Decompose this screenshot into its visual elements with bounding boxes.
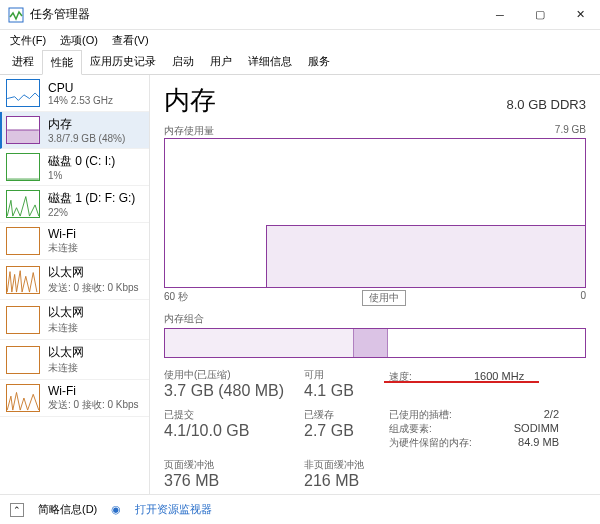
sidebar-graph — [6, 79, 40, 107]
in-use-badge: 使用中 — [362, 290, 406, 306]
sidebar-item-title: Wi-Fi — [48, 384, 139, 398]
paged-label: 页面缓冲池 — [164, 458, 304, 472]
footer: ⌃ 简略信息(D) ◉ 打开资源监视器 — [0, 494, 600, 524]
sidebar-item-title: 以太网 — [48, 304, 84, 321]
chart-max: 7.9 GB — [555, 124, 586, 138]
sidebar-item-sub: 未连接 — [48, 241, 78, 255]
sidebar-item-sub: 未连接 — [48, 361, 84, 375]
sidebar-graph — [6, 153, 40, 181]
sidebar-item-title: 以太网 — [48, 344, 84, 361]
menu-options[interactable]: 选项(O) — [54, 31, 104, 50]
paged-value: 376 MB — [164, 472, 304, 490]
tab-1[interactable]: 性能 — [42, 50, 82, 75]
avail-label: 可用 — [304, 368, 389, 382]
highlight-underline — [384, 381, 539, 383]
content: CPU14% 2.53 GHz内存3.8/7.9 GB (48%)磁盘 0 (C… — [0, 75, 600, 494]
sidebar-item-5[interactable]: 以太网发送: 0 接收: 0 Kbps — [0, 260, 149, 300]
titlebar: 任务管理器 ─ ▢ ✕ — [0, 0, 600, 30]
tabbar: 进程性能应用历史记录启动用户详细信息服务 — [0, 50, 600, 75]
sidebar-item-3[interactable]: 磁盘 1 (D: F: G:)22% — [0, 186, 149, 223]
tab-2[interactable]: 应用历史记录 — [82, 50, 164, 74]
minimize-button[interactable]: ─ — [480, 0, 520, 30]
memory-spec: 8.0 GB DDR3 — [507, 97, 586, 112]
sidebar: CPU14% 2.53 GHz内存3.8/7.9 GB (48%)磁盘 0 (C… — [0, 75, 150, 494]
sidebar-item-sub: 发送: 0 接收: 0 Kbps — [48, 281, 139, 295]
tab-3[interactable]: 启动 — [164, 50, 202, 74]
sidebar-item-7[interactable]: 以太网未连接 — [0, 340, 149, 380]
sidebar-item-sub: 14% 2.53 GHz — [48, 95, 113, 106]
sidebar-graph — [6, 384, 40, 412]
sidebar-item-title: 以太网 — [48, 264, 139, 281]
sidebar-graph — [6, 266, 40, 294]
sidebar-item-title: CPU — [48, 81, 113, 95]
form-value: SODIMM — [514, 422, 559, 436]
sidebar-item-title: 磁盘 0 (C: I:) — [48, 153, 115, 170]
sidebar-item-8[interactable]: Wi-Fi发送: 0 接收: 0 Kbps — [0, 380, 149, 417]
sidebar-item-title: 内存 — [48, 116, 125, 133]
tab-4[interactable]: 用户 — [202, 50, 240, 74]
sidebar-item-6[interactable]: 以太网未连接 — [0, 300, 149, 340]
page-title: 内存 — [164, 83, 216, 118]
used-label: 使用中(已压缩) — [164, 368, 304, 382]
slots-label: 已使用的插槽: — [389, 408, 452, 422]
memory-composition-chart — [164, 328, 586, 358]
sidebar-graph — [6, 346, 40, 374]
chevron-up-icon: ⌃ — [10, 503, 24, 517]
comp-label: 内存组合 — [164, 312, 586, 326]
sidebar-item-title: 磁盘 1 (D: F: G:) — [48, 190, 135, 207]
sidebar-item-sub: 未连接 — [48, 321, 84, 335]
svg-rect-1 — [7, 130, 39, 143]
used-value: 3.7 GB (480 MB) — [164, 382, 304, 400]
sidebar-item-4[interactable]: Wi-Fi未连接 — [0, 223, 149, 260]
chart-xright: 0 — [580, 290, 586, 306]
avail-value: 4.1 GB — [304, 382, 389, 400]
cached-label: 已缓存 — [304, 408, 389, 422]
speed-label: 速度: — [389, 368, 474, 400]
form-label: 组成要素: — [389, 422, 432, 436]
close-button[interactable]: ✕ — [560, 0, 600, 30]
monitor-icon: ◉ — [111, 503, 121, 516]
sidebar-item-1[interactable]: 内存3.8/7.9 GB (48%) — [0, 112, 149, 149]
sidebar-graph — [6, 227, 40, 255]
tab-0[interactable]: 进程 — [4, 50, 42, 74]
nonpaged-value: 216 MB — [304, 472, 389, 490]
cached-value: 2.7 GB — [304, 422, 389, 440]
menubar: 文件(F) 选项(O) 查看(V) — [0, 30, 600, 50]
menu-view[interactable]: 查看(V) — [106, 31, 155, 50]
sidebar-graph — [6, 190, 40, 218]
stats-grid: 使用中(已压缩) 3.7 GB (480 MB) 可用 4.1 GB 速度: 1… — [164, 368, 586, 490]
slots-value: 2/2 — [544, 408, 559, 422]
committed-label: 已提交 — [164, 408, 304, 422]
open-resmon-link[interactable]: 打开资源监视器 — [135, 502, 212, 517]
committed-value: 4.1/10.0 GB — [164, 422, 304, 440]
sidebar-item-2[interactable]: 磁盘 0 (C: I:)1% — [0, 149, 149, 186]
maximize-button[interactable]: ▢ — [520, 0, 560, 30]
sidebar-graph — [6, 306, 40, 334]
menu-file[interactable]: 文件(F) — [4, 31, 52, 50]
sidebar-item-sub: 发送: 0 接收: 0 Kbps — [48, 398, 139, 412]
window-title: 任务管理器 — [30, 6, 480, 23]
chart-label: 内存使用量 — [164, 124, 214, 138]
brief-info-button[interactable]: 简略信息(D) — [38, 502, 97, 517]
sidebar-item-sub: 22% — [48, 207, 135, 218]
sidebar-item-0[interactable]: CPU14% 2.53 GHz — [0, 75, 149, 112]
nonpaged-label: 非页面缓冲池 — [304, 458, 389, 472]
hw-value: 84.9 MB — [518, 436, 559, 450]
chart-area — [266, 225, 585, 287]
sidebar-item-sub: 1% — [48, 170, 115, 181]
sidebar-item-title: Wi-Fi — [48, 227, 78, 241]
sidebar-graph — [6, 116, 40, 144]
main-panel: 内存 8.0 GB DDR3 内存使用量 7.9 GB 60 秒 使用中 0 内… — [150, 75, 600, 494]
tab-6[interactable]: 服务 — [300, 50, 338, 74]
sidebar-item-sub: 3.8/7.9 GB (48%) — [48, 133, 125, 144]
app-icon — [8, 7, 24, 23]
tab-5[interactable]: 详细信息 — [240, 50, 300, 74]
hw-label: 为硬件保留的内存: — [389, 436, 472, 450]
memory-chart — [164, 138, 586, 288]
chart-xleft: 60 秒 — [164, 290, 188, 306]
